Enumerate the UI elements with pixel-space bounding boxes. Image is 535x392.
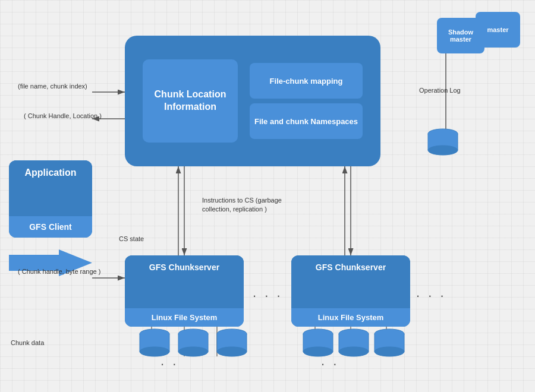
right-cs-bottom-label: Linux File System [291, 308, 410, 327]
master-right-boxes: File-chunk mapping File and chunk Namesp… [250, 63, 363, 139]
db-cylinder-2 [175, 327, 211, 362]
dots-db-left: . . [160, 353, 178, 369]
application-label: Application [9, 160, 92, 216]
app-client-box: Application GFS Client [9, 160, 92, 238]
chunk-handle-byte-label: ( Chunk handle, byte range ) [18, 267, 100, 276]
file-chunk-mapping-box: File-chunk mapping [250, 63, 363, 99]
dots-db-right: . . [321, 353, 339, 369]
svg-point-26 [178, 347, 208, 356]
operation-log-label: Operation Log [419, 86, 461, 95]
file-chunk-mapping-label: File-chunk mapping [270, 77, 343, 86]
shadow-master2-label: master [487, 26, 508, 33]
chunk-location-label: Chunk Location Information [143, 88, 238, 113]
svg-point-31 [217, 347, 247, 356]
right-cs-top-label: GFS Chunkserver [291, 255, 410, 308]
left-cs-top-label: GFS Chunkserver [125, 255, 244, 308]
svg-point-51 [428, 146, 458, 155]
cs-state-label: CS state [119, 235, 144, 244]
file-name-chunk-label: (file name, chunk index) [18, 82, 87, 91]
dots-right: . . . [416, 285, 446, 301]
svg-point-41 [339, 347, 369, 356]
right-chunkserver-box: GFS Chunkserver Linux File System [291, 255, 410, 327]
chunk-location-box: Chunk Location Information [143, 59, 238, 143]
master-box: Chunk Location Information File-chunk ma… [125, 36, 380, 166]
db-cylinder-5 [336, 327, 372, 362]
dots-center: . . . [253, 285, 283, 301]
gfs-client-label: GFS Client [9, 216, 92, 238]
db-cylinder-3 [214, 327, 250, 362]
db-cylinder-shadow [425, 128, 461, 160]
shadow-master-box2: master [476, 12, 520, 48]
left-cs-bottom-label: Linux File System [125, 308, 244, 327]
namespace-label: File and chunk Namespaces [254, 117, 358, 126]
diagram-container: Chunk Location Information File-chunk ma… [0, 0, 535, 392]
namespace-box: File and chunk Namespaces [250, 103, 363, 139]
chunk-handle-location-label: ( Chunk Handle, Location ) [24, 112, 102, 121]
chunk-data-label: Chunk data [11, 339, 44, 347]
instructions-cs-label: Instructions to CS (garbage collection, … [202, 196, 303, 214]
left-chunkserver-box: GFS Chunkserver Linux File System [125, 255, 244, 327]
db-cylinder-6 [372, 327, 407, 362]
svg-point-46 [374, 347, 404, 356]
